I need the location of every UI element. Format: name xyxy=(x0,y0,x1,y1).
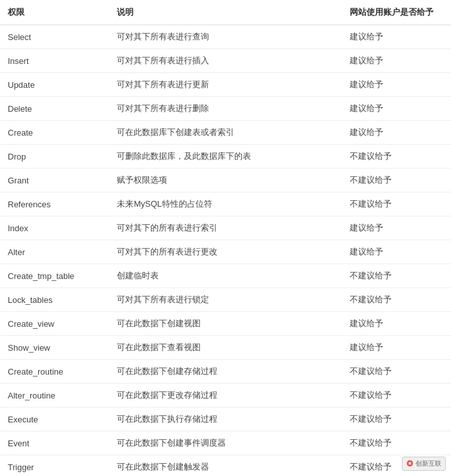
table-row: Show_view可在此数据下查看视图建议给予 xyxy=(0,336,451,360)
cell-description: 可对其下所有表进行删除 xyxy=(109,97,341,121)
cell-permission: Delete xyxy=(0,97,109,121)
cell-recommendation: 不建议给予 xyxy=(342,288,451,312)
table-row: Event可在此数据下创建事件调度器不建议给予 xyxy=(0,431,451,455)
table-row: References未来MySQL特性的占位符不建议给予 xyxy=(0,192,451,216)
cell-permission: Create_routine xyxy=(0,360,109,384)
table-row: Create可在此数据库下创建表或者索引建议给予 xyxy=(0,121,451,145)
cell-permission: Event xyxy=(0,431,109,455)
cell-recommendation: 不建议给予 xyxy=(342,145,451,169)
cell-permission: Index xyxy=(0,216,109,240)
cell-permission: Grant xyxy=(0,169,109,192)
table-header: 权限 说明 网站使用账户是否给予 xyxy=(0,0,451,25)
cell-description: 可对其下的所有表进行更改 xyxy=(109,240,341,264)
cell-recommendation: 不建议给予 xyxy=(342,192,451,216)
cell-description: 可在此数据库下创建表或者索引 xyxy=(109,121,341,145)
cell-permission: Trigger xyxy=(0,455,109,477)
cell-permission: Insert xyxy=(0,49,109,73)
cell-description: 可对其下所有表进行插入 xyxy=(109,49,341,73)
table-row: Lock_tables可对其下所有表进行锁定不建议给予 xyxy=(0,288,451,312)
watermark: ✪ 创新互联 xyxy=(402,457,446,471)
cell-description: 可在此数据下执行存储过程 xyxy=(109,408,341,431)
cell-description: 可在此数据下创建存储过程 xyxy=(109,360,341,384)
watermark-text: 创新互联 xyxy=(416,459,441,468)
table-row: Grant赋予权限选项不建议给予 xyxy=(0,169,451,192)
cell-description: 可对其下所有表进行查询 xyxy=(109,25,341,49)
table-row: Alter_routine可在此数据下更改存储过程不建议给予 xyxy=(0,384,451,408)
cell-permission: Show_view xyxy=(0,336,109,360)
cell-description: 可对其下的所有表进行索引 xyxy=(109,216,341,240)
table-row: Create_routine可在此数据下创建存储过程不建议给予 xyxy=(0,360,451,384)
header-row: 权限 说明 网站使用账户是否给予 xyxy=(0,0,451,25)
table-row: Create_view可在此数据下创建视图建议给予 xyxy=(0,312,451,336)
table-row: Delete可对其下所有表进行删除建议给予 xyxy=(0,97,451,121)
cell-recommendation: 不建议给予 xyxy=(342,169,451,192)
table-row: Drop可删除此数据库，及此数据库下的表不建议给予 xyxy=(0,145,451,169)
permissions-table: 权限 说明 网站使用账户是否给予 Select可对其下所有表进行查询建议给予In… xyxy=(0,0,451,476)
cell-recommendation: 建议给予 xyxy=(342,97,451,121)
cell-description: 可对其下所有表进行锁定 xyxy=(109,288,341,312)
table-row: Trigger可在此数据下创建触发器不建议给予 xyxy=(0,455,451,477)
cell-recommendation: 建议给予 xyxy=(342,121,451,145)
cell-recommendation: 建议给予 xyxy=(342,49,451,73)
cell-description: 可在此数据下创建视图 xyxy=(109,312,341,336)
cell-permission: Alter_routine xyxy=(0,384,109,408)
watermark-logo: ✪ xyxy=(406,459,413,468)
table-body: Select可对其下所有表进行查询建议给予Insert可对其下所有表进行插入建议… xyxy=(0,25,451,477)
cell-permission: Lock_tables xyxy=(0,288,109,312)
cell-permission: Drop xyxy=(0,145,109,169)
table-row: Create_tmp_table创建临时表不建议给予 xyxy=(0,264,451,288)
cell-description: 未来MySQL特性的占位符 xyxy=(109,192,341,216)
cell-recommendation: 建议给予 xyxy=(342,240,451,264)
table-row: Insert可对其下所有表进行插入建议给予 xyxy=(0,49,451,73)
cell-description: 可对其下所有表进行更新 xyxy=(109,73,341,97)
cell-recommendation: 建议给予 xyxy=(342,73,451,97)
cell-recommendation: 不建议给予 xyxy=(342,360,451,384)
cell-description: 赋予权限选项 xyxy=(109,169,341,192)
cell-recommendation: 不建议给予 xyxy=(342,264,451,288)
cell-permission: Update xyxy=(0,73,109,97)
cell-recommendation: 建议给予 xyxy=(342,336,451,360)
header-recommendation: 网站使用账户是否给予 xyxy=(342,0,451,25)
cell-permission: Create xyxy=(0,121,109,145)
cell-recommendation: 建议给予 xyxy=(342,216,451,240)
table-row: Index可对其下的所有表进行索引建议给予 xyxy=(0,216,451,240)
cell-recommendation: 不建议给予 xyxy=(342,384,451,408)
cell-description: 创建临时表 xyxy=(109,264,341,288)
cell-recommendation: 不建议给予 xyxy=(342,408,451,431)
table-row: Update可对其下所有表进行更新建议给予 xyxy=(0,73,451,97)
cell-recommendation: 不建议给予 xyxy=(342,431,451,455)
table-row: Select可对其下所有表进行查询建议给予 xyxy=(0,25,451,49)
cell-description: 可删除此数据库，及此数据库下的表 xyxy=(109,145,341,169)
cell-permission: Select xyxy=(0,25,109,49)
table-row: Alter可对其下的所有表进行更改建议给予 xyxy=(0,240,451,264)
cell-description: 可在此数据下创建事件调度器 xyxy=(109,431,341,455)
cell-recommendation: 建议给予 xyxy=(342,312,451,336)
cell-description: 可在此数据下更改存储过程 xyxy=(109,384,341,408)
header-permission: 权限 xyxy=(0,0,109,25)
cell-recommendation: 建议给予 xyxy=(342,25,451,49)
cell-permission: Create_view xyxy=(0,312,109,336)
header-description: 说明 xyxy=(109,0,341,25)
table-row: Execute可在此数据下执行存储过程不建议给予 xyxy=(0,408,451,431)
cell-permission: Alter xyxy=(0,240,109,264)
cell-permission: References xyxy=(0,192,109,216)
cell-permission: Create_tmp_table xyxy=(0,264,109,288)
cell-permission: Execute xyxy=(0,408,109,431)
cell-description: 可在此数据下创建触发器 xyxy=(109,455,341,477)
cell-description: 可在此数据下查看视图 xyxy=(109,336,341,360)
permissions-table-container: 权限 说明 网站使用账户是否给予 Select可对其下所有表进行查询建议给予In… xyxy=(0,0,451,476)
